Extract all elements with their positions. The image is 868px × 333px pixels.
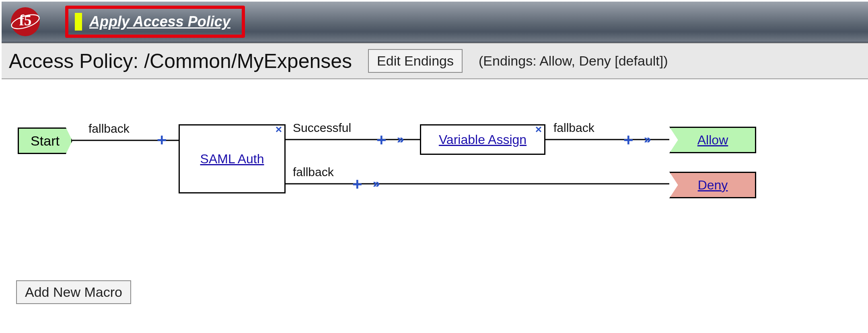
add-action-icon[interactable]: + bbox=[157, 132, 167, 148]
policy-header: Access Policy: /Common/MyExpenses Edit E… bbox=[2, 43, 868, 79]
apply-access-policy-link[interactable]: Apply Access Policy bbox=[89, 13, 230, 30]
saml-auth-link[interactable]: SAML Auth bbox=[200, 152, 264, 166]
svg-text:f5: f5 bbox=[19, 12, 31, 29]
close-icon[interactable]: × bbox=[276, 124, 282, 135]
f5-logo-icon: f5 bbox=[10, 6, 41, 37]
variable-assign-link[interactable]: Variable Assign bbox=[439, 132, 527, 147]
add-new-macro-button[interactable]: Add New Macro bbox=[16, 280, 131, 304]
edge-label-start-fallback: fallback bbox=[88, 122, 130, 136]
add-action-icon[interactable]: + bbox=[352, 176, 362, 193]
page-title: Access Policy: /Common/MyExpenses bbox=[9, 49, 352, 73]
edit-endings-button[interactable]: Edit Endings bbox=[368, 49, 463, 73]
yellow-marker-icon bbox=[75, 13, 82, 31]
add-action-icon[interactable]: + bbox=[623, 132, 634, 148]
policy-canvas: Start fallback + × SAML Auth Successful … bbox=[2, 79, 868, 272]
policy-start-node: Start bbox=[18, 127, 72, 154]
edge-label-saml-fallback: fallback bbox=[293, 165, 334, 179]
ending-allow-link[interactable]: Allow bbox=[697, 133, 728, 148]
start-label: Start bbox=[31, 133, 60, 149]
ending-deny-node: Deny bbox=[669, 172, 756, 198]
edge-label-var-fallback: fallback bbox=[553, 121, 594, 135]
ending-allow-node: Allow bbox=[669, 127, 756, 153]
apply-access-policy-highlight: Apply Access Policy bbox=[65, 6, 245, 38]
top-banner: f5 Apply Access Policy bbox=[2, 2, 868, 43]
saml-auth-node: × SAML Auth bbox=[179, 124, 286, 193]
edge-label-saml-successful: Successful bbox=[293, 121, 351, 135]
close-icon[interactable]: × bbox=[535, 124, 542, 135]
variable-assign-node: × Variable Assign bbox=[420, 124, 545, 155]
footer: Add New Macro bbox=[2, 272, 868, 312]
ending-deny-link[interactable]: Deny bbox=[698, 178, 728, 193]
add-action-icon[interactable]: + bbox=[376, 132, 387, 148]
endings-note: (Endings: Allow, Deny [default]) bbox=[479, 53, 668, 69]
